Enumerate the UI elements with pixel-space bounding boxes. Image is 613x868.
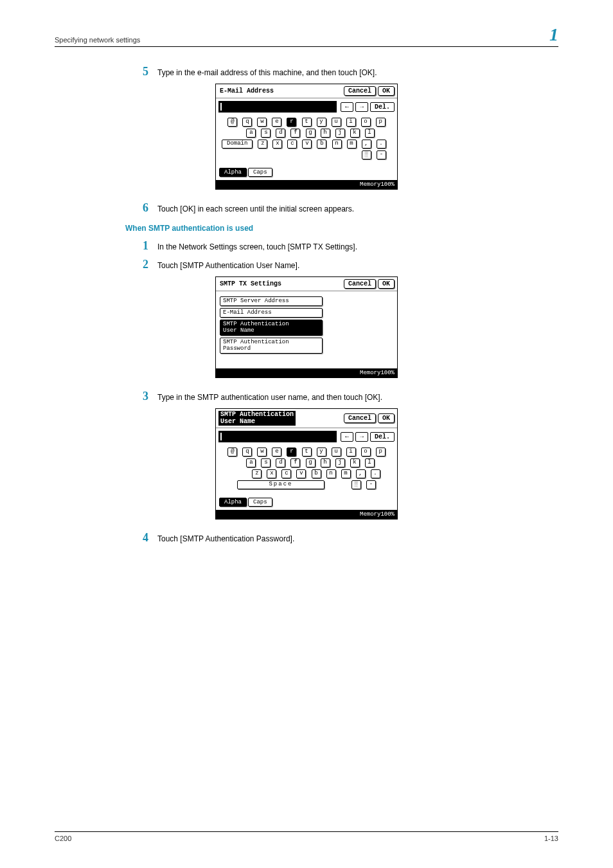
step-text: Touch [SMTP Authentication User Name]. xyxy=(157,261,558,270)
key-g[interactable]: g xyxy=(306,458,315,467)
key-e[interactable]: e xyxy=(272,118,281,127)
key-j[interactable]: j xyxy=(335,458,345,467)
domain-button[interactable]: Domain xyxy=(222,140,253,149)
key-j[interactable]: j xyxy=(335,129,345,138)
ok-button[interactable]: OK xyxy=(378,86,395,96)
list-item-email-address[interactable]: E-Mail Address xyxy=(220,308,323,318)
key-y[interactable]: y xyxy=(317,448,326,457)
list-item-auth-user[interactable]: SMTP Authentication User Name xyxy=(220,320,323,336)
key-p[interactable]: p xyxy=(376,118,386,127)
key-v[interactable]: v xyxy=(296,469,306,478)
panel-title: E-Mail Address xyxy=(218,87,274,95)
step-number: 1 xyxy=(125,239,157,253)
key-l[interactable]: l xyxy=(365,129,375,138)
panel-email-keyboard: E-Mail Address Cancel OK ← → Del. @ q w … xyxy=(215,84,398,190)
key-a[interactable]: a xyxy=(246,458,256,467)
key-comma[interactable]: , xyxy=(362,140,371,149)
key-f[interactable]: f xyxy=(290,458,300,467)
alpha-button[interactable]: Alpha xyxy=(219,168,247,177)
key-r[interactable]: r xyxy=(287,118,296,127)
key-i[interactable]: i xyxy=(346,448,356,457)
key-d[interactable]: d xyxy=(276,458,285,467)
key-m[interactable]: m xyxy=(341,469,351,478)
key-v[interactable]: v xyxy=(302,140,312,149)
text-input[interactable] xyxy=(218,101,337,113)
key-c[interactable]: c xyxy=(281,469,291,478)
arrow-left-button[interactable]: ← xyxy=(341,102,353,112)
key-u[interactable]: u xyxy=(332,448,341,457)
arrow-right-button[interactable]: → xyxy=(355,102,368,112)
key-period[interactable]: . xyxy=(371,469,380,478)
key-w[interactable]: w xyxy=(257,448,267,457)
key-l[interactable]: l xyxy=(365,458,375,467)
key-b[interactable]: b xyxy=(317,140,326,149)
cancel-button[interactable]: Cancel xyxy=(344,279,376,289)
list-item-server-address[interactable]: SMTP Server Address xyxy=(220,296,323,306)
key-minus[interactable]: - xyxy=(377,150,386,159)
key-a[interactable]: a xyxy=(246,129,256,138)
memory-status: Memory100% xyxy=(216,368,397,377)
step-5: 5 Type in the e-mail address of this mac… xyxy=(125,65,558,78)
caps-button[interactable]: Caps xyxy=(248,168,272,177)
key-d[interactable]: d xyxy=(276,129,285,138)
key-w[interactable]: w xyxy=(257,118,267,127)
key-k[interactable]: k xyxy=(350,458,360,467)
key-x[interactable]: x xyxy=(267,469,276,478)
key-u[interactable]: u xyxy=(332,118,341,127)
key-t[interactable]: t xyxy=(302,448,312,457)
key-y[interactable]: y xyxy=(317,118,326,127)
space-button[interactable]: Space xyxy=(237,480,324,489)
list-item-auth-password[interactable]: SMTP Authentication Password xyxy=(220,338,323,354)
key-n[interactable]: n xyxy=(326,469,336,478)
ok-button[interactable]: OK xyxy=(378,279,395,289)
key-c[interactable]: c xyxy=(287,140,297,149)
key-k[interactable]: k xyxy=(350,129,360,138)
footer-page: 1-13 xyxy=(544,835,558,842)
key-z[interactable]: z xyxy=(252,469,262,478)
delete-button[interactable]: Del. xyxy=(370,102,395,112)
step-2: 2 Touch [SMTP Authentication User Name]. xyxy=(125,258,558,271)
key-n[interactable]: n xyxy=(332,140,342,149)
key-s[interactable]: s xyxy=(261,458,271,467)
key-b[interactable]: b xyxy=(312,469,321,478)
key-period[interactable]: . xyxy=(377,140,386,149)
alpha-button[interactable]: Alpha xyxy=(219,498,247,507)
step-text: Type in the SMTP authentication user nam… xyxy=(157,393,558,402)
key-at[interactable]: @ xyxy=(227,448,237,457)
step-6: 6 Touch [OK] in each screen until the in… xyxy=(125,201,558,215)
key-minus[interactable]: - xyxy=(366,480,376,489)
text-input[interactable] xyxy=(218,431,337,442)
key-x[interactable]: x xyxy=(272,140,282,149)
caps-button[interactable]: Caps xyxy=(248,498,272,507)
key-p[interactable]: p xyxy=(376,448,386,457)
key-r[interactable]: r xyxy=(287,448,296,457)
key-q[interactable]: q xyxy=(242,448,252,457)
step-number: 4 xyxy=(125,531,157,545)
key-m[interactable]: m xyxy=(347,140,357,149)
key-q[interactable]: q xyxy=(242,118,252,127)
delete-button[interactable]: Del. xyxy=(370,432,395,442)
arrow-right-button[interactable]: → xyxy=(355,432,368,442)
key-h[interactable]: h xyxy=(321,129,330,138)
key-o[interactable]: o xyxy=(361,118,371,127)
key-e[interactable]: e xyxy=(272,448,281,457)
key-shift[interactable]: ░ xyxy=(362,150,371,159)
arrow-left-button[interactable]: ← xyxy=(341,432,353,442)
key-at[interactable]: @ xyxy=(227,118,237,127)
key-f[interactable]: f xyxy=(290,129,300,138)
key-s[interactable]: s xyxy=(261,129,271,138)
key-i[interactable]: i xyxy=(346,118,356,127)
key-shift[interactable]: ░ xyxy=(351,480,361,489)
key-t[interactable]: t xyxy=(302,118,312,127)
step-number: 5 xyxy=(125,65,157,78)
cancel-button[interactable]: Cancel xyxy=(344,413,376,423)
step-text: In the Network Settings screen, touch [S… xyxy=(157,242,558,251)
key-comma[interactable]: , xyxy=(356,469,366,478)
panel-auth-user-keyboard: SMTP Authentication User Name Cancel OK … xyxy=(215,408,398,520)
ok-button[interactable]: OK xyxy=(378,413,395,423)
key-o[interactable]: o xyxy=(361,448,371,457)
cancel-button[interactable]: Cancel xyxy=(344,86,376,96)
key-g[interactable]: g xyxy=(306,129,315,138)
key-z[interactable]: z xyxy=(258,140,267,149)
key-h[interactable]: h xyxy=(321,458,330,467)
